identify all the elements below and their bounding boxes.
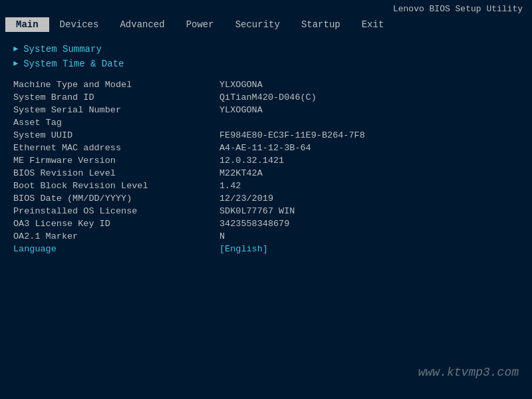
- arrow-icon-summary: ►: [13, 45, 18, 54]
- field-value-7: M22KT42A: [219, 168, 519, 178]
- field-label-10: Preinstalled OS License: [13, 206, 219, 216]
- field-label-0: Machine Type and Model: [13, 80, 219, 90]
- watermark: www.ktvmp3.com: [418, 366, 519, 379]
- table-row: OA2.1 Marker N: [13, 231, 519, 241]
- field-value-0: YLXOGONA: [219, 80, 519, 90]
- menu-item-advanced[interactable]: Advanced: [109, 17, 175, 32]
- table-row: ME Firmware Version 12.0.32.1421: [13, 156, 519, 166]
- menu-item-main[interactable]: Main: [5, 17, 49, 32]
- field-value-2: YLXOGONA: [219, 105, 519, 115]
- nav-system-time-date-label: System Time & Date: [23, 59, 124, 69]
- field-value-10: SDK0L77767 WIN: [219, 206, 519, 216]
- field-value-5: A4-AE-11-12-3B-64: [219, 143, 519, 153]
- field-label-12: OA2.1 Marker: [13, 231, 219, 241]
- field-label-2: System Serial Number: [13, 105, 219, 115]
- field-label-1: System Brand ID: [13, 92, 219, 102]
- table-row: Ethernet MAC address A4-AE-11-12-3B-64: [13, 143, 519, 153]
- table-row: OA3 License Key ID 3423558348679: [13, 219, 519, 229]
- field-label-6: ME Firmware Version: [13, 156, 219, 166]
- menu-item-startup[interactable]: Startup: [291, 17, 351, 32]
- menu-bar: Main Devices Advanced Power Security Sta…: [0, 15, 532, 35]
- table-row: Preinstalled OS License SDK0L77767 WIN: [13, 206, 519, 216]
- field-value-9: 12/23/2019: [219, 194, 519, 203]
- bios-brand: Lenovo BIOS Setup Utility: [393, 4, 523, 14]
- field-value-1: QiTianM420-D046(C): [219, 92, 519, 102]
- table-row: Machine Type and Model YLXOGONA: [13, 80, 519, 90]
- field-value-4: FE984E80-EC3F-11E9-B264-7F8: [219, 130, 519, 140]
- menu-item-devices[interactable]: Devices: [49, 17, 110, 32]
- field-label-8: Boot Block Revision Level: [13, 181, 219, 191]
- field-label-13: Language: [13, 244, 219, 254]
- info-table: Machine Type and Model YLXOGONA System B…: [13, 80, 519, 254]
- table-row: Boot Block Revision Level 1.42: [13, 181, 519, 191]
- field-label-5: Ethernet MAC address: [13, 143, 219, 153]
- nav-system-summary-label: System Summary: [23, 44, 102, 55]
- field-label-11: OA3 License Key ID: [13, 219, 219, 229]
- table-row: System UUID FE984E80-EC3F-11E9-B264-7F8: [13, 130, 519, 140]
- field-label-3: Asset Tag: [13, 118, 219, 128]
- table-row: BIOS Date (MM/DD/YYYY) 12/23/2019: [13, 194, 519, 203]
- field-label-9: BIOS Date (MM/DD/YYYY): [13, 194, 219, 203]
- menu-item-security[interactable]: Security: [225, 17, 291, 32]
- field-label-4: System UUID: [13, 130, 219, 140]
- nav-system-time-date[interactable]: ► System Time & Date: [13, 59, 519, 69]
- table-row: System Brand ID QiTianM420-D046(C): [13, 92, 519, 102]
- field-value-11: 3423558348679: [219, 219, 519, 229]
- field-value-3: [219, 118, 519, 128]
- table-row: System Serial Number YLXOGONA: [13, 105, 519, 115]
- table-row: Asset Tag: [13, 118, 519, 128]
- main-content: ► System Summary ► System Time & Date Ma…: [0, 35, 532, 266]
- nav-system-summary[interactable]: ► System Summary: [13, 44, 519, 55]
- field-value-12: N: [219, 231, 519, 241]
- field-label-7: BIOS Revision Level: [13, 168, 219, 178]
- menu-item-power[interactable]: Power: [176, 17, 225, 32]
- table-row: BIOS Revision Level M22KT42A: [13, 168, 519, 178]
- menu-item-exit[interactable]: Exit: [351, 17, 395, 32]
- field-value-8: 1.42: [219, 181, 519, 191]
- field-value-6: 12.0.32.1421: [219, 156, 519, 166]
- field-value-13[interactable]: [English]: [219, 244, 519, 254]
- arrow-icon-time: ►: [13, 59, 18, 68]
- table-row: Language [English]: [13, 244, 519, 254]
